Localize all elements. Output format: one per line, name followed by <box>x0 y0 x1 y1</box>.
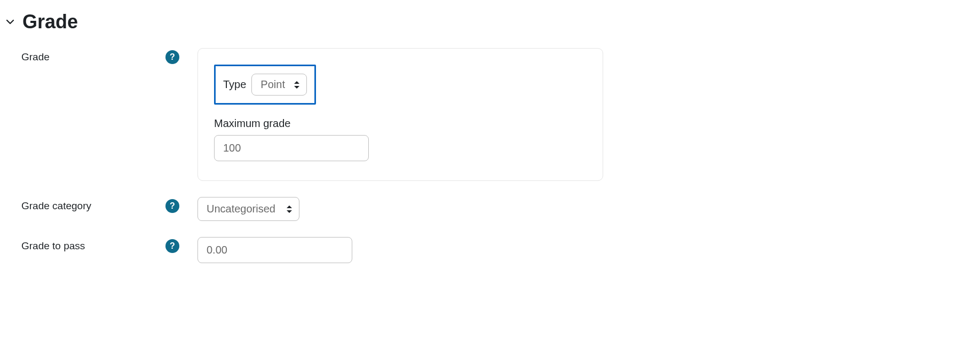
grade-category-value: Uncategorised <box>207 203 275 215</box>
max-grade-label: Maximum grade <box>214 117 587 130</box>
max-grade-input[interactable] <box>214 135 369 161</box>
help-icon[interactable]: ? <box>165 239 179 253</box>
section-header[interactable]: Grade <box>5 11 975 33</box>
help-icon[interactable]: ? <box>165 50 179 64</box>
chevron-down-icon <box>5 17 15 27</box>
section-title: Grade <box>22 11 78 33</box>
grade-category-select[interactable]: Uncategorised <box>197 197 299 221</box>
grade-type-label: Type <box>223 78 246 91</box>
grade-to-pass-input[interactable] <box>197 237 352 263</box>
row-grade-category: Grade category ? Uncategorised <box>5 197 975 221</box>
grade-panel: Type Point Maximum grade <box>197 48 603 181</box>
label-grade-to-pass: Grade to pass <box>5 237 165 252</box>
select-sort-icon <box>286 204 293 214</box>
row-grade-to-pass: Grade to pass ? <box>5 237 975 263</box>
grade-type-value: Point <box>260 78 285 91</box>
select-sort-icon <box>294 80 300 90</box>
label-grade: Grade <box>5 48 165 63</box>
label-grade-category: Grade category <box>5 197 165 212</box>
help-icon[interactable]: ? <box>165 199 179 213</box>
grade-type-group: Type Point <box>214 65 316 105</box>
row-grade: Grade ? Type Point Maximum grade <box>5 48 975 181</box>
grade-type-select[interactable]: Point <box>251 74 307 96</box>
